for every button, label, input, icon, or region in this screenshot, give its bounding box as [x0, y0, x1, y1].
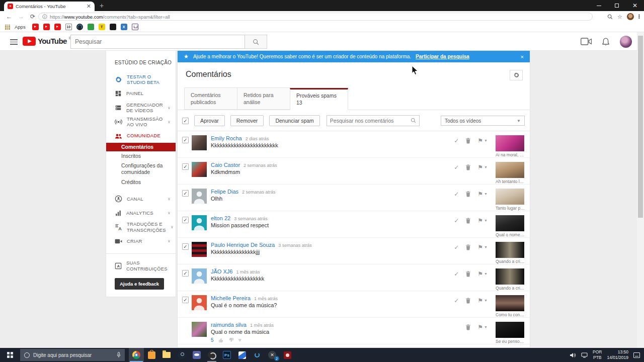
comments-search-input[interactable]	[327, 118, 408, 124]
apps-label[interactable]: Apps	[15, 24, 26, 30]
tab-comentarios-publicados[interactable]: Comentários publicados	[184, 87, 237, 110]
avatar[interactable]	[192, 268, 207, 284]
taskbar-xbox-icon[interactable]: 2	[265, 348, 280, 362]
bookmark-favicon-green[interactable]	[88, 24, 94, 30]
microphone-icon[interactable]	[117, 352, 121, 358]
page-scrollbar[interactable]	[637, 32, 644, 348]
bookmark-favicon-youtube[interactable]	[32, 24, 39, 30]
hamburger-menu-icon[interactable]	[10, 39, 18, 46]
avatar[interactable]	[192, 215, 207, 230]
approve-icon[interactable]: ✓	[454, 244, 459, 250]
survey-link[interactable]: Participar da pesquisa	[416, 54, 469, 59]
taskbar-steam-icon[interactable]	[174, 348, 189, 362]
window-minimize-button[interactable]	[590, 0, 608, 11]
avatar[interactable]	[192, 322, 207, 337]
video-thumbnail[interactable]	[496, 295, 524, 311]
trash-icon[interactable]	[465, 244, 471, 250]
video-thumbnail[interactable]	[496, 162, 524, 178]
bookmark-favicon-youtube[interactable]	[54, 24, 61, 30]
videos-filter-dropdown[interactable]: Todos os vídeos ▼	[441, 116, 525, 126]
upload-video-icon[interactable]	[581, 38, 592, 45]
sidebar-subitem-inscritos[interactable]: Inscritos	[106, 151, 176, 161]
trash-icon[interactable]	[465, 137, 471, 144]
tab-retidos-para-analise[interactable]: Retidos para análise	[237, 87, 290, 110]
sidebar-subitem-configuracoes[interactable]: Configurações da comunidade	[106, 161, 169, 177]
bookmark-favicon-10[interactable]: 10	[65, 24, 72, 30]
apps-grid-icon[interactable]	[5, 25, 10, 30]
sidebar-item-traducoes[interactable]: A TRADUÇÕES ETRANSCRIÇÕES ∨	[106, 220, 176, 234]
taskbar-store-icon[interactable]	[144, 348, 159, 362]
avatar[interactable]	[192, 242, 207, 257]
video-title[interactable]: Se eu penso e...	[496, 339, 525, 344]
comment-checkbox[interactable]: ✓	[182, 243, 189, 250]
comment-checkbox[interactable]: ✓	[182, 270, 189, 277]
video-title[interactable]: Quando a crian...	[496, 259, 525, 264]
youtube-search-button[interactable]	[245, 35, 267, 49]
reload-icon[interactable]: ⟳	[30, 14, 35, 20]
account-avatar[interactable]	[620, 36, 632, 48]
approve-button[interactable]: Aprovar	[194, 115, 225, 126]
video-title[interactable]: Qual o nome do...	[496, 232, 525, 237]
youtube-search-input[interactable]	[70, 35, 245, 49]
taskbar-discord-icon[interactable]	[189, 348, 204, 362]
new-tab-button[interactable]: +	[100, 2, 104, 10]
bookmark-favicon-youtube[interactable]	[43, 24, 50, 30]
taskbar-photoshop-icon[interactable]: Ps	[219, 348, 234, 362]
bookmark-favicon-twitch[interactable]	[132, 24, 138, 30]
start-button[interactable]	[0, 348, 20, 362]
flag-icon[interactable]: ⚑▼	[477, 271, 488, 277]
sidebar-item-gerenciador-videos[interactable]: GERENCIADOR DE VÍDEOS ∨	[106, 101, 176, 115]
video-thumbnail[interactable]	[496, 189, 524, 205]
comment-author[interactable]: Paulo Henrique De Souza	[211, 242, 275, 248]
flag-icon[interactable]: ⚑▼	[477, 164, 488, 170]
video-title[interactable]: Ai na moral, vo...	[496, 152, 525, 157]
comment-author[interactable]: Caio Castor	[211, 162, 240, 168]
search-icon[interactable]	[408, 116, 419, 125]
trash-icon[interactable]	[465, 297, 471, 304]
avatar[interactable]	[192, 189, 207, 204]
trash-icon[interactable]	[465, 164, 471, 170]
comment-author[interactable]: Michelle Pereira	[211, 295, 251, 301]
bookmark-favicon-black[interactable]	[110, 24, 116, 30]
sidebar-item-analytics[interactable]: ANALYTICS ∨	[106, 206, 176, 220]
taskbar-file-explorer-icon[interactable]	[159, 348, 174, 362]
sidebar-item-transmissao-ao-vivo[interactable]: TRANSMISSÃO AO VIVO ∨	[106, 115, 176, 129]
language-indicator[interactable]: PORPTB	[593, 349, 602, 360]
trash-icon[interactable]	[465, 217, 471, 224]
volume-icon[interactable]	[570, 352, 576, 358]
sidebar-item-painel[interactable]: PAINEL	[106, 86, 176, 101]
clock[interactable]: 13:5014/01/2019	[607, 349, 628, 360]
flag-icon[interactable]: ⚑▼	[477, 138, 488, 144]
notifications-bell-icon[interactable]	[602, 37, 610, 46]
sidebar-item-canal[interactable]: CANAL ∨	[106, 192, 176, 206]
flag-icon[interactable]: ⚑▼	[477, 244, 488, 250]
trash-icon[interactable]	[465, 270, 471, 277]
browser-tab[interactable]: Comentários - YouTube ✕	[4, 2, 95, 11]
back-icon[interactable]: ←	[6, 14, 12, 20]
comment-checkbox[interactable]: ✓	[182, 217, 189, 223]
approve-icon[interactable]: ✓	[454, 164, 459, 170]
window-close-button[interactable]: ✕	[626, 0, 644, 11]
video-thumbnail[interactable]	[496, 135, 524, 151]
bookmark-favicon-yellow[interactable]: T	[99, 24, 105, 30]
comment-author[interactable]: Felipe Dias	[211, 189, 238, 195]
avatar[interactable]	[192, 135, 207, 150]
trash-icon[interactable]	[465, 191, 471, 197]
avatar[interactable]	[192, 295, 207, 310]
taskbar-opera-icon[interactable]	[250, 348, 265, 362]
comment-author[interactable]: raimunda silva	[211, 322, 247, 328]
approve-icon[interactable]: ✓	[454, 271, 459, 277]
select-all-checkbox[interactable]: ✓	[182, 118, 189, 124]
approve-icon[interactable]: ✓	[454, 191, 459, 197]
window-maximize-button[interactable]	[608, 0, 626, 11]
action-center-icon[interactable]	[633, 352, 640, 358]
taskbar-obs-icon[interactable]	[204, 348, 219, 362]
tab-close-icon[interactable]: ✕	[87, 4, 91, 9]
comment-checkbox[interactable]: ✓	[182, 163, 189, 170]
comment-checkbox[interactable]: ✓	[182, 137, 189, 143]
heart-icon[interactable]: ♥	[238, 337, 242, 343]
comment-checkbox[interactable]: ✓	[182, 297, 189, 303]
zoom-icon[interactable]	[607, 14, 613, 20]
taskbar-red-app-icon[interactable]	[280, 348, 295, 362]
tab-provaveis-spams[interactable]: Prováveis spams 13	[290, 88, 348, 110]
